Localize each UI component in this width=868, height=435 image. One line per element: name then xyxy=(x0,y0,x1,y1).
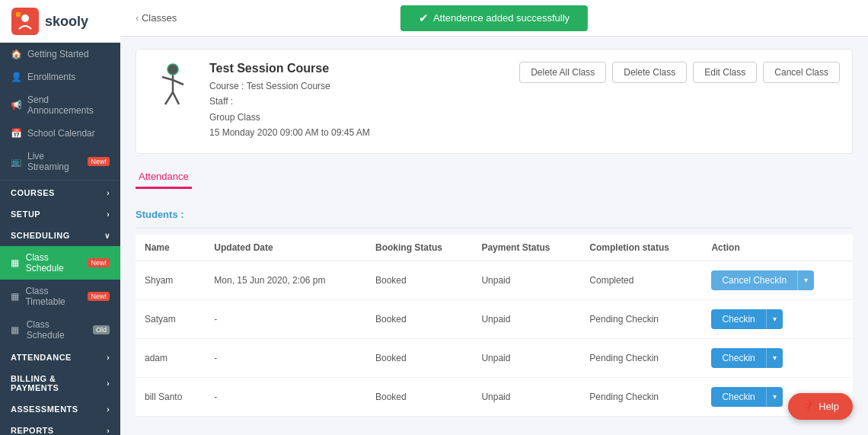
sidebar-item-announcements[interactable]: 📢 Send Announcements xyxy=(0,88,120,122)
user-icon: 👤 xyxy=(11,72,21,82)
col-header-payment-status: Payment Status xyxy=(472,235,580,261)
cell-name: Shyam xyxy=(136,261,205,299)
cell-updated-date: - xyxy=(205,338,366,377)
table-row: Satyam - Booked Unpaid Pending Checkin C… xyxy=(136,299,853,338)
main-area: Classes ✔ Attendence added successfully xyxy=(120,0,868,435)
help-button[interactable]: ❓ Help xyxy=(788,393,853,420)
cell-action: Cancel CheckIn ▾ xyxy=(702,261,853,299)
class-info: Test Session Course Course : Test Sessio… xyxy=(209,62,507,141)
action-dropdown-button[interactable]: ▾ xyxy=(766,309,783,329)
edit-class-button[interactable]: Edit Class xyxy=(693,62,757,83)
breadcrumb-classes-link[interactable]: Classes xyxy=(136,12,177,24)
checkmark-icon: ✔ xyxy=(419,11,429,25)
action-button-wrap: Checkin ▾ xyxy=(711,309,782,329)
new-badge: New! xyxy=(88,292,110,301)
svg-line-6 xyxy=(173,80,183,85)
action-dropdown-button[interactable]: ▾ xyxy=(766,387,783,407)
table-row: adam - Booked Unpaid Pending Checkin Che… xyxy=(136,338,853,377)
announce-icon: 📢 xyxy=(11,100,21,110)
action-button[interactable]: Checkin xyxy=(711,387,765,407)
action-button[interactable]: Cancel CheckIn xyxy=(711,270,797,290)
sidebar-section-assessments[interactable]: ASSESSMENTS › xyxy=(0,398,120,420)
sidebar-section-billing[interactable]: BILLING & PAYMENTS › xyxy=(0,368,120,398)
sidebar-section-reports[interactable]: REPORTS › xyxy=(0,420,120,435)
cell-updated-date: Mon, 15 Jun 2020, 2:06 pm xyxy=(205,261,366,299)
grid-icon: ▦ xyxy=(11,325,21,335)
cell-booking-status: Booked xyxy=(366,261,472,299)
chevron-right-icon: › xyxy=(107,189,110,197)
old-badge: Old xyxy=(93,325,110,334)
help-icon: ❓ xyxy=(802,401,814,412)
cell-booking-status: Booked xyxy=(366,377,472,416)
sidebar-item-class-schedule-old[interactable]: ▦ Class Schedule Old xyxy=(0,313,120,347)
section-tabs: Attendance xyxy=(136,166,853,189)
class-card: Test Session Course Course : Test Sessio… xyxy=(136,49,853,154)
class-title: Test Session Course xyxy=(209,62,507,75)
table-row: bill Santo - Booked Unpaid Pending Check… xyxy=(136,377,853,416)
cell-payment-status: Unpaid xyxy=(472,299,580,338)
tv-icon: 📺 xyxy=(11,156,21,167)
class-figure-icon xyxy=(152,62,194,110)
svg-line-8 xyxy=(173,92,179,104)
sidebar-section-setup[interactable]: SETUP › xyxy=(0,203,120,225)
sidebar-section-attendance[interactable]: ATTENDANCE › xyxy=(0,347,120,368)
grid-icon: ▦ xyxy=(11,291,19,302)
cancel-class-button[interactable]: Cancel Class xyxy=(763,62,840,83)
action-button-wrap: Checkin ▾ xyxy=(711,387,782,407)
skooly-logo-icon xyxy=(11,8,39,35)
col-header-booking-status: Booking Status xyxy=(366,235,472,261)
sidebar-item-live-streaming[interactable]: 📺 Live Streaming New! xyxy=(0,145,120,178)
chevron-right-icon: › xyxy=(107,405,110,414)
topbar: Classes ✔ Attendence added successfully xyxy=(120,0,868,37)
sidebar-section-scheduling[interactable]: SCHEDULING ∨ xyxy=(0,225,120,246)
logo-text: skooly xyxy=(45,14,88,30)
class-icon-wrap xyxy=(148,62,197,110)
chevron-down-icon: ∨ xyxy=(104,232,110,240)
svg-point-1 xyxy=(21,14,29,22)
svg-line-5 xyxy=(162,77,173,80)
sidebar-item-class-timetable[interactable]: ▦ Class Timetable New! xyxy=(0,280,120,313)
svg-line-7 xyxy=(165,92,173,104)
col-header-action: Action xyxy=(702,235,853,261)
sidebar-item-class-schedule-new[interactable]: ▦ Class Schedule New! xyxy=(0,246,120,280)
cell-completion-status: Completed xyxy=(580,261,702,299)
cell-updated-date: - xyxy=(205,299,366,338)
sidebar-item-calendar[interactable]: 📅 School Calendar xyxy=(0,122,120,145)
table-header-row: Name Updated Date Booking Status Payment… xyxy=(136,235,853,261)
cell-name: bill Santo xyxy=(136,377,205,416)
cell-action: Checkin ▾ xyxy=(702,299,853,338)
cell-payment-status: Unpaid xyxy=(472,377,580,416)
chevron-right-icon: › xyxy=(107,210,110,219)
students-table: Name Updated Date Booking Status Payment… xyxy=(136,235,853,417)
cell-completion-status: Pending Checkin xyxy=(580,338,702,377)
cell-updated-date: - xyxy=(205,377,366,416)
action-dropdown-button[interactable]: ▾ xyxy=(766,348,783,368)
grid-icon: ▦ xyxy=(11,257,20,268)
cell-payment-status: Unpaid xyxy=(472,338,580,377)
delete-all-class-button[interactable]: Delete All Class xyxy=(519,62,606,83)
sidebar: skooly 🏠 Getting Started 👤 Enrollments 📢… xyxy=(0,0,120,435)
col-header-completion-status: Completion status xyxy=(580,235,702,261)
cell-payment-status: Unpaid xyxy=(472,261,580,299)
action-button[interactable]: Checkin xyxy=(711,309,765,329)
cell-completion-status: Pending Checkin xyxy=(580,299,702,338)
cell-completion-status: Pending Checkin xyxy=(580,377,702,416)
col-header-updated-date: Updated Date xyxy=(205,235,366,261)
sidebar-item-getting-started[interactable]: 🏠 Getting Started xyxy=(0,43,120,66)
delete-class-button[interactable]: Delete Class xyxy=(612,62,687,83)
home-icon: 🏠 xyxy=(11,49,21,59)
table-row: Shyam Mon, 15 Jun 2020, 2:06 pm Booked U… xyxy=(136,261,853,299)
new-badge: New! xyxy=(88,157,110,166)
action-dropdown-button[interactable]: ▾ xyxy=(797,270,814,290)
new-badge: New! xyxy=(88,258,110,267)
action-button[interactable]: Checkin xyxy=(711,348,765,368)
cell-booking-status: Booked xyxy=(366,299,472,338)
action-button-wrap: Cancel CheckIn ▾ xyxy=(711,270,814,290)
col-header-name: Name xyxy=(136,235,205,261)
tab-attendance[interactable]: Attendance xyxy=(136,166,192,189)
logo-area: skooly xyxy=(0,0,120,43)
class-meta: Course : Test Session Course Staff : Gro… xyxy=(209,78,507,141)
sidebar-section-courses[interactable]: COURSES › xyxy=(0,182,120,203)
sidebar-item-enrollments[interactable]: 👤 Enrollments xyxy=(0,66,120,88)
chevron-right-icon: › xyxy=(107,427,110,435)
